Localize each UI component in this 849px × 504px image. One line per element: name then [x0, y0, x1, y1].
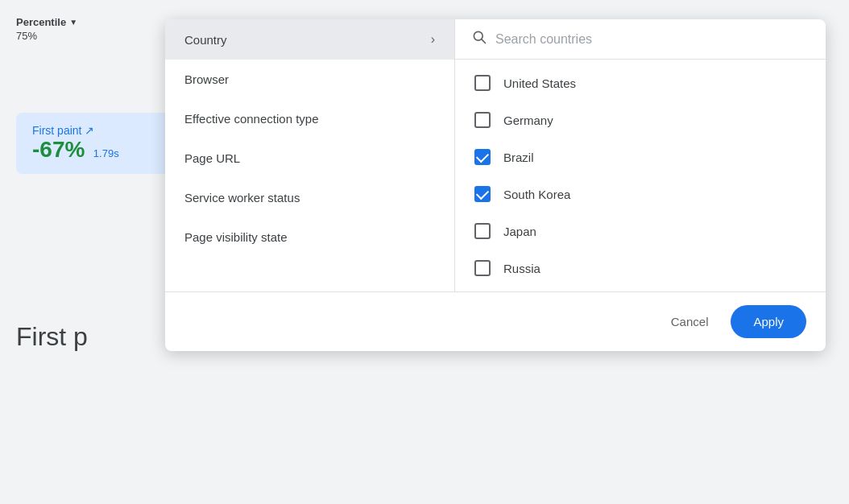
arrow-icon: ↗: [85, 124, 94, 137]
countries-list: United States Germany Brazil South Korea: [455, 60, 826, 291]
chevron-right-icon: ›: [431, 32, 435, 47]
country-item-de[interactable]: Germany: [455, 101, 826, 138]
country-search-bar: [455, 19, 826, 60]
cancel-button[interactable]: Cancel: [658, 307, 722, 337]
first-paint-big-text: First p: [16, 322, 88, 352]
first-paint-stat: -67% 1.79s: [32, 137, 177, 163]
menu-item-browser[interactable]: Browser: [165, 60, 454, 99]
country-selection-panel: United States Germany Brazil South Korea: [455, 19, 826, 291]
search-input[interactable]: [495, 32, 810, 47]
country-item-kr[interactable]: South Korea: [455, 176, 826, 213]
filter-category-list: Country › Browser Effective connection t…: [165, 19, 455, 291]
checkbox-br[interactable]: [474, 149, 491, 165]
country-item-br[interactable]: Brazil: [455, 138, 826, 176]
menu-item-connection-type[interactable]: Effective connection type: [165, 99, 454, 138]
checkbox-de[interactable]: [474, 112, 491, 128]
country-item-jp[interactable]: Japan: [455, 213, 826, 250]
menu-item-page-visibility[interactable]: Page visibility state: [165, 217, 454, 257]
apply-button[interactable]: Apply: [731, 305, 806, 338]
menu-item-page-url[interactable]: Page URL: [165, 138, 454, 178]
checkbox-kr[interactable]: [474, 186, 491, 202]
menu-item-service-worker[interactable]: Service worker status: [165, 178, 454, 217]
dropdown-footer: Cancel Apply: [165, 291, 826, 351]
checkbox-ru[interactable]: [474, 260, 491, 276]
chevron-down-icon: ▼: [69, 18, 77, 27]
first-paint-label: First paint ↗: [32, 124, 177, 137]
search-icon: [471, 29, 487, 49]
checkbox-jp[interactable]: [474, 223, 491, 239]
dropdown-body: Country › Browser Effective connection t…: [165, 19, 826, 291]
filter-dropdown: Country › Browser Effective connection t…: [165, 19, 826, 351]
menu-item-country[interactable]: Country ›: [165, 19, 454, 60]
checkbox-us[interactable]: [474, 75, 491, 91]
svg-line-1: [482, 39, 486, 43]
country-item-us[interactable]: United States: [455, 64, 826, 101]
country-item-ru[interactable]: Russia: [455, 250, 826, 287]
